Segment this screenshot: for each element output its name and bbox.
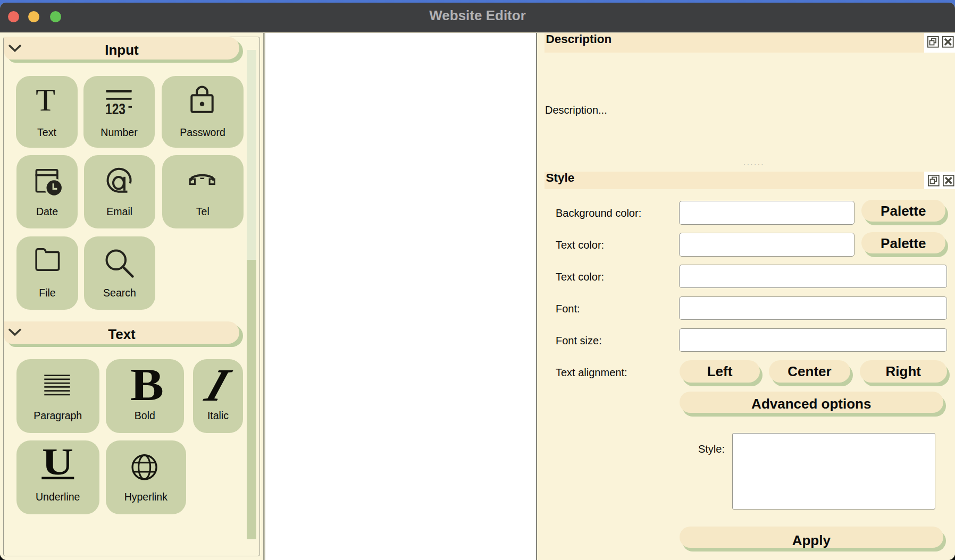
svg-text:B: B (130, 359, 164, 410)
svg-text:I: I (199, 359, 237, 410)
svg-text:T: T (36, 82, 55, 117)
svg-text:123: 123 (105, 100, 125, 117)
svg-text:U: U (42, 441, 73, 482)
